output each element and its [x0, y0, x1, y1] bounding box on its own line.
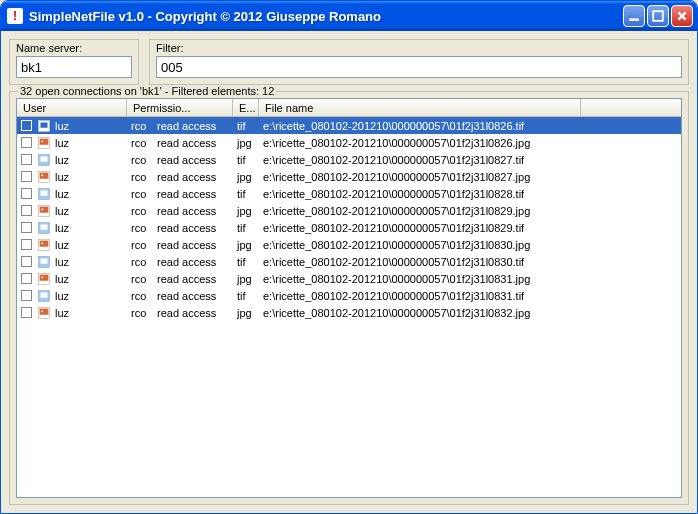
cell-ext: tif: [233, 290, 259, 302]
svg-rect-0: [629, 18, 639, 20]
cell-user: luz: [17, 306, 127, 320]
content-area: Name server: Filter: 32 open connections…: [1, 31, 697, 513]
jpg-file-icon: [37, 136, 51, 150]
maximize-button[interactable]: [647, 5, 669, 27]
user-text: luz: [55, 120, 69, 132]
list-group: 32 open connections on 'bk1' - Filtered …: [9, 91, 689, 505]
cell-user2: rco: [127, 188, 153, 200]
svg-rect-13: [41, 190, 48, 195]
listview[interactable]: User Permissio... E... File name luzrcor…: [16, 98, 682, 498]
table-row[interactable]: luzrcoread accessjpge:\ricette_080102-20…: [17, 202, 681, 219]
cell-filename: e:\ricette_080102-201210\000000057\01f2j…: [259, 222, 681, 234]
table-row[interactable]: luzrcoread accessjpge:\ricette_080102-20…: [17, 270, 681, 287]
cell-user: luz: [17, 255, 127, 269]
cell-user2: rco: [127, 273, 153, 285]
row-checkbox[interactable]: [21, 273, 32, 284]
svg-rect-15: [40, 206, 49, 212]
filter-group: Filter:: [149, 39, 689, 85]
minimize-button[interactable]: [623, 5, 645, 27]
cell-filename: e:\ricette_080102-201210\000000057\01f2j…: [259, 154, 681, 166]
cell-ext: jpg: [233, 239, 259, 251]
cell-user: luz: [17, 136, 127, 150]
table-row[interactable]: luzrcoread accessjpge:\ricette_080102-20…: [17, 236, 681, 253]
cell-user: luz: [17, 119, 127, 133]
cell-ext: tif: [233, 222, 259, 234]
cell-permission: read access: [153, 188, 233, 200]
header-user[interactable]: User: [17, 99, 127, 116]
cell-user2: rco: [127, 120, 153, 132]
svg-point-26: [41, 276, 43, 278]
header-filename[interactable]: File name: [259, 99, 581, 116]
svg-rect-18: [41, 224, 48, 229]
cell-filename: e:\ricette_080102-201210\000000057\01f2j…: [259, 120, 681, 132]
row-checkbox[interactable]: [21, 120, 32, 131]
filter-label: Filter:: [156, 42, 682, 54]
cell-permission: read access: [153, 171, 233, 183]
cell-user2: rco: [127, 171, 153, 183]
cell-user: luz: [17, 170, 127, 184]
cell-ext: jpg: [233, 273, 259, 285]
header-ext[interactable]: E...: [233, 99, 259, 116]
table-row[interactable]: luzrcoread accesstife:\ricette_080102-20…: [17, 151, 681, 168]
row-checkbox[interactable]: [21, 239, 32, 250]
header-spacer: [581, 99, 681, 116]
row-checkbox[interactable]: [21, 171, 32, 182]
window-title: SimpleNetFile v1.0 - Copyright © 2012 Gi…: [29, 9, 623, 24]
svg-rect-10: [40, 172, 49, 178]
header-permission[interactable]: Permissio...: [127, 99, 233, 116]
jpg-file-icon: [37, 272, 51, 286]
filter-input[interactable]: [156, 56, 682, 78]
svg-rect-20: [40, 240, 49, 246]
table-row[interactable]: luzrcoread accessjpge:\ricette_080102-20…: [17, 304, 681, 321]
cell-permission: read access: [153, 205, 233, 217]
cell-filename: e:\ricette_080102-201210\000000057\01f2j…: [259, 239, 681, 251]
tif-file-icon: [37, 221, 51, 235]
row-checkbox[interactable]: [21, 137, 32, 148]
cell-permission: read access: [153, 256, 233, 268]
jpg-file-icon: [37, 306, 51, 320]
row-checkbox[interactable]: [21, 188, 32, 199]
cell-permission: read access: [153, 222, 233, 234]
titlebar[interactable]: ! SimpleNetFile v1.0 - Copyright © 2012 …: [1, 1, 697, 31]
jpg-file-icon: [37, 238, 51, 252]
cell-user2: rco: [127, 239, 153, 251]
user-text: luz: [55, 205, 69, 217]
cell-user2: rco: [127, 290, 153, 302]
table-row[interactable]: luzrcoread accessjpge:\ricette_080102-20…: [17, 134, 681, 151]
svg-rect-23: [41, 258, 48, 263]
row-checkbox[interactable]: [21, 205, 32, 216]
cell-user: luz: [17, 272, 127, 286]
cell-user: luz: [17, 187, 127, 201]
close-button[interactable]: [671, 5, 693, 27]
cell-ext: tif: [233, 188, 259, 200]
table-row[interactable]: luzrcoread accesstife:\ricette_080102-20…: [17, 185, 681, 202]
row-checkbox[interactable]: [21, 222, 32, 233]
cell-ext: jpg: [233, 171, 259, 183]
cell-user: luz: [17, 204, 127, 218]
cell-user2: rco: [127, 307, 153, 319]
user-text: luz: [55, 273, 69, 285]
table-row[interactable]: luzrcoread accesstife:\ricette_080102-20…: [17, 253, 681, 270]
rows-container: luzrcoread accesstife:\ricette_080102-20…: [17, 117, 681, 497]
table-row[interactable]: luzrcoread accessjpge:\ricette_080102-20…: [17, 168, 681, 185]
jpg-file-icon: [37, 204, 51, 218]
row-checkbox[interactable]: [21, 290, 32, 301]
cell-permission: read access: [153, 239, 233, 251]
cell-filename: e:\ricette_080102-201210\000000057\01f2j…: [259, 307, 681, 319]
name-server-input[interactable]: [16, 56, 132, 78]
cell-user2: rco: [127, 137, 153, 149]
table-row[interactable]: luzrcoread accesstife:\ricette_080102-20…: [17, 117, 681, 134]
table-row[interactable]: luzrcoread accesstife:\ricette_080102-20…: [17, 219, 681, 236]
row-checkbox[interactable]: [21, 256, 32, 267]
jpg-file-icon: [37, 170, 51, 184]
cell-permission: read access: [153, 273, 233, 285]
table-row[interactable]: luzrcoread accesstife:\ricette_080102-20…: [17, 287, 681, 304]
tif-file-icon: [37, 153, 51, 167]
tif-file-icon: [37, 289, 51, 303]
cell-permission: read access: [153, 290, 233, 302]
svg-point-31: [41, 310, 43, 312]
svg-rect-1: [653, 11, 663, 21]
row-checkbox[interactable]: [21, 307, 32, 318]
user-text: luz: [55, 239, 69, 251]
row-checkbox[interactable]: [21, 154, 32, 165]
